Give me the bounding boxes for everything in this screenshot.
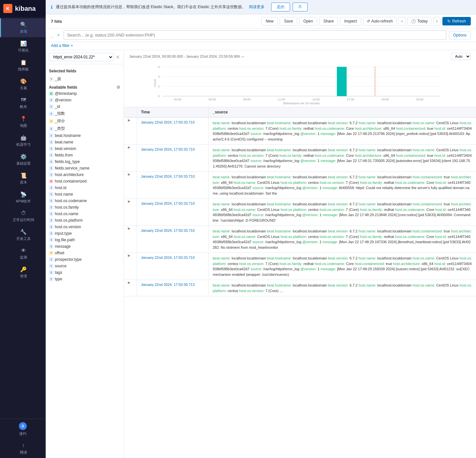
sidebar-item-log[interactable]: 📜 原木 bbox=[0, 169, 46, 188]
refresh-icon: ↻ bbox=[447, 19, 451, 23]
save-button[interactable]: Save bbox=[280, 17, 297, 25]
field-item-fields-from[interactable]: t fields.from bbox=[46, 152, 124, 158]
sidebar-item-devtools[interactable]: 🔧 开发工具 bbox=[0, 226, 46, 244]
field-type-host-name: t bbox=[49, 192, 54, 197]
auto-refresh-button[interactable]: ↺ Auto-refresh bbox=[363, 17, 396, 25]
row-source-5: beat.name: localhost.localdomain beat.ho… bbox=[209, 226, 476, 253]
field-name-input-type: input.type bbox=[55, 231, 120, 236]
field-item-score[interactable]: # _得分 bbox=[46, 117, 124, 125]
sidebar-item-discover[interactable]: 🔍 发现 bbox=[0, 18, 46, 37]
notice-buttons: 是的 不 bbox=[271, 3, 308, 11]
field-item-host-os-family[interactable]: t host.os.family bbox=[46, 204, 124, 211]
share-button[interactable]: Share bbox=[319, 17, 338, 25]
options-button[interactable]: Options bbox=[449, 31, 471, 39]
row-time-7[interactable]: January 22nd 2024, 17:50:30.713 bbox=[137, 280, 209, 296]
field-item-host-os-platform[interactable]: t host.os.platform bbox=[46, 217, 124, 224]
refresh-button[interactable]: ↻ Refresh bbox=[442, 17, 471, 25]
sidebar-item-maps[interactable]: 🗺 帆布 bbox=[0, 94, 46, 112]
index-clear-icon[interactable]: ✕ bbox=[115, 53, 120, 61]
sidebar-item-read[interactable]: ↑ 顾读 bbox=[0, 439, 46, 458]
row-expand-2[interactable]: ▶ bbox=[124, 145, 137, 171]
field-item-index[interactable]: t _指数 bbox=[46, 110, 124, 117]
interval-select[interactable]: Auto bbox=[451, 53, 471, 60]
row-expand-1[interactable]: ▶ bbox=[124, 118, 137, 144]
field-item-id[interactable]: t _id bbox=[46, 103, 124, 110]
nav-next-button[interactable]: › bbox=[433, 17, 440, 25]
field-item-host-os-codename[interactable]: t host.os.codename bbox=[46, 198, 124, 204]
sidebar-item-label-map2: 地图 bbox=[20, 123, 27, 128]
sidebar-item-map2[interactable]: 📍 地图 bbox=[0, 112, 46, 131]
today-button[interactable]: 🕐 Today bbox=[407, 17, 431, 25]
sidebar-item-label-monitor: 监测 bbox=[20, 255, 27, 260]
sidebar-item-dashboard[interactable]: 📋 指挥板 bbox=[0, 56, 46, 75]
field-item-offset[interactable]: # offset bbox=[46, 250, 124, 256]
sidebar-item-apm[interactable]: 📡 APM技术 bbox=[0, 188, 46, 207]
row-time-4[interactable]: January 22nd 2024, 17:50:33.710 bbox=[137, 199, 209, 226]
row-expand-4[interactable]: ▶ bbox=[124, 199, 137, 226]
nav-prev-button[interactable]: ‹ bbox=[398, 17, 406, 25]
field-item-host-os-version[interactable]: t host.os.version bbox=[46, 224, 124, 230]
field-item-host-id[interactable]: t host.id bbox=[46, 185, 124, 191]
row-expand-5[interactable]: ▶ bbox=[124, 226, 137, 253]
settings-icon[interactable]: ⚙ bbox=[116, 85, 120, 90]
col-time[interactable]: Time bbox=[137, 107, 209, 117]
sidebar-item-ml[interactable]: 🤖 机器学习 bbox=[0, 131, 46, 150]
sidebar-item-visualize[interactable]: 📊 可视化 bbox=[0, 37, 46, 56]
row-time-5[interactable]: January 22nd 2024, 17:50:33.710 bbox=[137, 226, 209, 253]
field-item-type[interactable]: t _类型 bbox=[46, 125, 124, 132]
index-dropdown[interactable]: httpd_error-2024.01.22* bbox=[49, 53, 114, 61]
monitor-icon: 👁 bbox=[21, 248, 26, 254]
field-item-fields-service-name[interactable]: t fields.service_name bbox=[46, 165, 124, 171]
field-name-type-field: type bbox=[55, 277, 120, 281]
row-time-3[interactable]: January 22nd 2024, 17:50:33.710 bbox=[137, 172, 209, 199]
field-item-host-os-name[interactable]: t host.os.name bbox=[46, 211, 124, 217]
notice-yes-button[interactable]: 是的 bbox=[271, 3, 290, 11]
kibana-logo-icon: K bbox=[3, 4, 12, 13]
sidebar-item-admin[interactable]: 🔑 管理 bbox=[0, 263, 46, 282]
new-button[interactable]: New bbox=[261, 17, 278, 25]
auto-refresh-label: Auto-refresh bbox=[371, 19, 393, 23]
field-name-version: @version bbox=[55, 98, 120, 102]
sidebar-item-contract[interactable]: D 迷约 bbox=[0, 419, 46, 439]
row-expand-7[interactable]: ▶ bbox=[124, 280, 137, 296]
field-item-message[interactable]: t message bbox=[46, 243, 124, 250]
row-expand-3[interactable]: ▶ bbox=[124, 172, 137, 199]
field-type-host-os-family: t bbox=[49, 205, 54, 210]
notice-no-button[interactable]: 不 bbox=[293, 3, 308, 11]
row-time-1[interactable]: January 22nd 2024, 17:50:33.710 bbox=[137, 118, 209, 144]
field-item-log-file-path[interactable]: t log.file.path bbox=[46, 237, 124, 243]
field-type-source: t bbox=[49, 264, 54, 268]
content-area: httpd_error-2024.01.22* ✕ Selected field… bbox=[46, 50, 476, 458]
field-item-beat-hostname[interactable]: t beat.hostname bbox=[46, 132, 124, 139]
sidebar-item-basic[interactable]: ⚙️ 基础设置 bbox=[0, 150, 46, 169]
field-item-type-field[interactable]: t type bbox=[46, 276, 124, 282]
field-item-tags[interactable]: t tags bbox=[46, 269, 124, 276]
field-item-input-type[interactable]: t input.type bbox=[46, 230, 124, 237]
sidebar-item-uptime[interactable]: ⏱ 正常运行时间 bbox=[0, 207, 46, 226]
field-item-beat-version[interactable]: t beat.version bbox=[46, 145, 124, 152]
field-item-prospector-type[interactable]: t prospector.type bbox=[46, 256, 124, 263]
open-button[interactable]: Open bbox=[299, 17, 317, 25]
selected-fields-title: Selected fields bbox=[46, 67, 124, 75]
sidebar-item-monitor[interactable]: 👁 监测 bbox=[0, 244, 46, 263]
field-item-beat-name[interactable]: t beat.name bbox=[46, 139, 124, 145]
search-input[interactable] bbox=[64, 30, 446, 40]
field-item-source[interactable]: t source bbox=[46, 263, 124, 269]
field-item-host-name[interactable]: t host.name bbox=[46, 191, 124, 198]
available-fields-title: Available fields bbox=[49, 85, 77, 90]
field-name-host-os-codename: host.os.codename bbox=[55, 199, 120, 203]
field-item-timestamp[interactable]: @ @timestamp bbox=[46, 90, 124, 97]
field-item-host-architecture[interactable]: t host.architecture bbox=[46, 171, 124, 178]
sidebar-item-canvas[interactable]: 🎨 天幕 bbox=[0, 75, 46, 94]
row-time-6[interactable]: January 22nd 2024, 17:50:33.710 bbox=[137, 253, 209, 280]
field-name-fields-log-type: fields.log_type bbox=[55, 159, 120, 164]
row-time-2[interactable]: January 22nd 2024, 17:50:33.710 bbox=[137, 145, 209, 171]
inspect-button[interactable]: Inspect bbox=[340, 17, 361, 25]
field-item-version[interactable]: t @version bbox=[46, 97, 124, 103]
field-item-host-containerized[interactable]: ⊘ host.containerized bbox=[46, 178, 124, 185]
row-expand-6[interactable]: ▶ bbox=[124, 253, 137, 280]
field-item-source[interactable]: ? _源 bbox=[46, 75, 124, 83]
field-item-fields-log-type[interactable]: t fields.log_type bbox=[46, 158, 124, 165]
notice-link[interactable]: 阅读更多 bbox=[249, 4, 265, 10]
add-filter-button[interactable]: Add a filter + bbox=[51, 43, 73, 48]
